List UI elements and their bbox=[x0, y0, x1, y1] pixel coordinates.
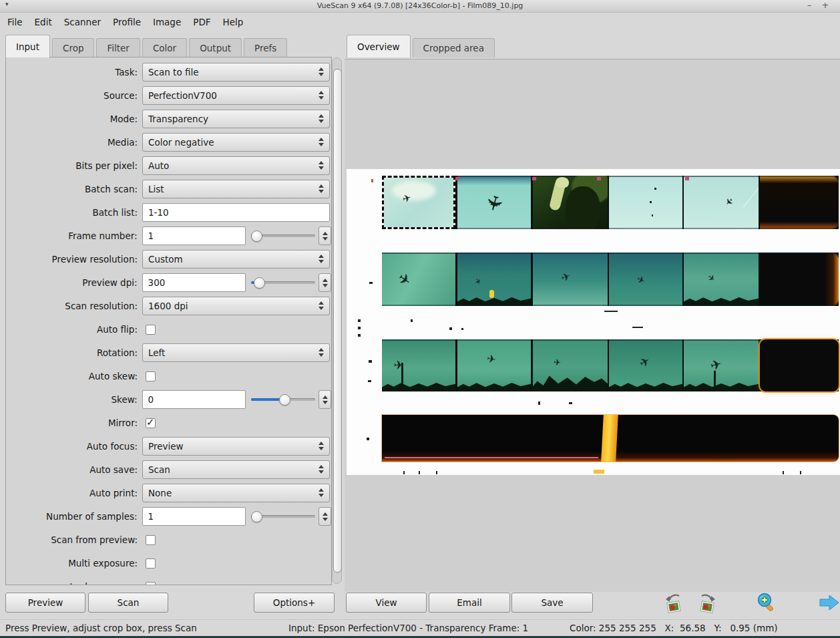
spinner-arrows-icon[interactable] bbox=[319, 91, 324, 100]
menu-image[interactable]: Image bbox=[147, 14, 187, 30]
slider-knob[interactable] bbox=[251, 230, 262, 242]
media-select[interactable]: Color negative bbox=[142, 133, 330, 152]
spinner-arrows-icon[interactable] bbox=[319, 138, 324, 146]
film-frame[interactable]: ✈ bbox=[684, 253, 759, 306]
tab-cropped-area[interactable]: Cropped area bbox=[413, 38, 495, 57]
film-frame[interactable]: ✈ bbox=[382, 339, 455, 391]
tab-color[interactable]: Color bbox=[142, 38, 187, 57]
spinner-arrows-icon[interactable] bbox=[319, 184, 324, 193]
tab-filter[interactable]: Filter bbox=[96, 38, 140, 57]
preview-dpi-slider[interactable] bbox=[251, 273, 315, 292]
skew-slider[interactable] bbox=[251, 390, 315, 409]
tab-crop[interactable]: Crop bbox=[52, 38, 95, 57]
slider-knob[interactable] bbox=[254, 277, 265, 289]
film-frame[interactable] bbox=[609, 176, 682, 229]
task-select[interactable]: Scan to file bbox=[142, 63, 330, 82]
field-rotation-label: Rotation: bbox=[6, 347, 142, 358]
film-frame[interactable]: ✈ bbox=[609, 339, 682, 391]
field-batch-list-label: Batch list: bbox=[6, 207, 142, 218]
source-select[interactable]: PerfectionV700 bbox=[142, 86, 330, 105]
film-frame-blank[interactable] bbox=[760, 339, 839, 391]
mode-select[interactable]: Transparency bbox=[142, 110, 330, 128]
spinner-arrows-icon[interactable] bbox=[319, 465, 324, 474]
tab-input[interactable]: Input bbox=[5, 35, 50, 57]
preview-dpi-spinner[interactable] bbox=[319, 273, 331, 292]
scan-overview-image[interactable]: ✈ ✈ ✈ bbox=[347, 169, 840, 475]
menu-file[interactable]: File bbox=[1, 14, 29, 30]
preview-button[interactable]: Preview bbox=[5, 593, 85, 613]
spinner-arrows-icon[interactable] bbox=[319, 114, 324, 123]
menu-help[interactable]: Help bbox=[217, 14, 250, 30]
film-frame[interactable]: ✈ bbox=[382, 253, 455, 306]
film-frame[interactable]: ✈ bbox=[533, 253, 608, 306]
email-button[interactable]: Email bbox=[429, 593, 510, 613]
auto-print-select[interactable]: None bbox=[142, 484, 330, 502]
spinner-arrows-icon[interactable] bbox=[319, 255, 324, 263]
menu-profile[interactable]: Profile bbox=[107, 14, 147, 30]
preview-dpi-input[interactable]: 300 bbox=[142, 273, 246, 292]
spinner-arrows-icon[interactable] bbox=[319, 301, 324, 310]
form-scrollbar[interactable] bbox=[332, 57, 342, 584]
frame-number-spinner[interactable] bbox=[319, 226, 331, 245]
film-frame[interactable]: ✈ bbox=[684, 176, 759, 229]
film-frame[interactable]: ✈ bbox=[457, 253, 531, 306]
film-frame[interactable]: ✈ bbox=[457, 339, 531, 391]
auto-skew-checkbox[interactable] bbox=[146, 371, 156, 381]
skew-input[interactable]: 0 bbox=[142, 390, 246, 409]
slider-knob[interactable] bbox=[279, 394, 290, 406]
mirror-checkbox[interactable]: ✓ bbox=[146, 418, 156, 428]
film-frame[interactable] bbox=[533, 176, 608, 229]
slider-knob[interactable] bbox=[251, 511, 262, 522]
film-frame-blank[interactable] bbox=[760, 253, 839, 306]
spinner-arrows-icon[interactable] bbox=[319, 442, 324, 450]
zoom-in-icon[interactable] bbox=[756, 592, 777, 615]
multi-exposure-checkbox[interactable] bbox=[146, 559, 156, 569]
menu-pdf[interactable]: PDF bbox=[187, 14, 216, 30]
view-button[interactable]: View bbox=[346, 593, 427, 613]
save-button[interactable]: Save bbox=[511, 593, 593, 613]
batch-list-input[interactable]: 1-10 bbox=[142, 203, 330, 222]
film-frame-selected[interactable]: ✈ bbox=[382, 176, 455, 229]
film-frame-blank[interactable] bbox=[760, 176, 839, 229]
rotation-select[interactable]: Left bbox=[142, 343, 330, 362]
maximize-button[interactable]: + bbox=[820, 0, 831, 10]
minimize-button[interactable]: – bbox=[804, 0, 815, 10]
auto-focus-select[interactable]: Preview bbox=[142, 437, 330, 456]
batch-scan-select[interactable]: List bbox=[142, 180, 330, 198]
menu-edit[interactable]: Edit bbox=[29, 14, 58, 30]
scan-resolution-select[interactable]: 1600 dpi bbox=[142, 297, 330, 315]
tab-prefs[interactable]: Prefs bbox=[244, 38, 287, 57]
auto-flip-checkbox[interactable] bbox=[146, 325, 156, 335]
spinner-arrows-icon[interactable] bbox=[319, 488, 324, 497]
spinner-arrows-icon[interactable] bbox=[319, 161, 324, 170]
spinner-arrows-icon[interactable] bbox=[319, 348, 324, 357]
tab-overview[interactable]: Overview bbox=[347, 35, 411, 57]
film-frame[interactable]: ✈ bbox=[457, 176, 531, 229]
bits-per-pixel-select[interactable]: Auto bbox=[142, 156, 330, 175]
samples-input[interactable]: 1 bbox=[142, 507, 246, 526]
skew-spinner[interactable] bbox=[319, 390, 331, 409]
crowd-silhouette bbox=[382, 381, 455, 391]
film-frame[interactable]: ✈ bbox=[684, 339, 759, 391]
rotate-left-icon[interactable] bbox=[664, 592, 685, 615]
preview-resolution-select[interactable]: Custom bbox=[142, 250, 330, 269]
film-frame[interactable]: ✈ bbox=[533, 339, 608, 391]
samples-spinner[interactable] bbox=[319, 507, 331, 526]
next-frame-arrow-icon[interactable] bbox=[819, 594, 840, 617]
tab-output[interactable]: Output bbox=[189, 38, 242, 57]
scan-button[interactable]: Scan bbox=[88, 593, 168, 613]
spinner-arrows-icon[interactable] bbox=[319, 67, 324, 76]
rotate-right-icon[interactable] bbox=[696, 592, 717, 615]
options-button[interactable]: Options+ bbox=[254, 593, 335, 613]
status-hint: Press Preview, adjust crop box, press Sc… bbox=[5, 623, 197, 633]
film-frame[interactable]: ✈ bbox=[609, 253, 682, 306]
film-strip-4[interactable] bbox=[382, 415, 839, 462]
lock-exposure-checkbox[interactable] bbox=[146, 582, 156, 586]
frame-number-input[interactable]: 1 bbox=[142, 226, 246, 245]
samples-slider[interactable] bbox=[251, 507, 315, 526]
menu-scanner[interactable]: Scanner bbox=[58, 14, 107, 30]
form-scrollbar-thumb[interactable] bbox=[333, 69, 342, 573]
frame-number-slider[interactable] bbox=[251, 226, 315, 245]
auto-save-select[interactable]: Scan bbox=[142, 460, 330, 479]
scan-from-preview-checkbox[interactable] bbox=[146, 535, 156, 545]
